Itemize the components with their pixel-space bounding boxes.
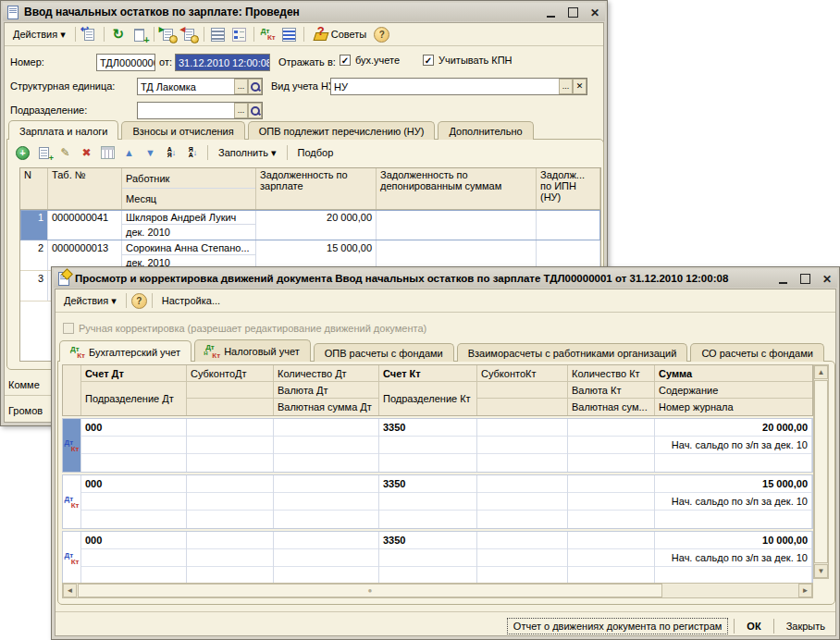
document-marks-button[interactable]: [230, 25, 249, 43]
row-number-cell[interactable]: 1: [20, 210, 48, 240]
scrollbar-thumb[interactable]: [814, 380, 828, 563]
deposited-debt-cell[interactable]: [377, 210, 537, 240]
open-button[interactable]: [248, 79, 262, 94]
copy-button[interactable]: +: [130, 25, 149, 43]
posting-row[interactable]: ДтКт 000 3350 10 000,00Нач. сальдо по з/…: [62, 531, 813, 585]
tab-settlements-employees[interactable]: Взаиморасчеты с работниками организаций: [457, 343, 688, 362]
posting-row[interactable]: ДтКт 000 3350 20 000,00Нач. сальдо по з/…: [62, 418, 813, 473]
postings-button[interactable]: ДтКт: [259, 25, 278, 43]
maximize-button[interactable]: [798, 273, 811, 284]
help-button[interactable]: ?: [131, 293, 147, 309]
unpost-document-button[interactable]: ◂: [180, 25, 199, 43]
actions-menu-button[interactable]: Действия ▾: [8, 27, 70, 43]
account-dt-cell[interactable]: 000: [81, 532, 186, 549]
sort-asc-button[interactable]: АЯ ↓: [163, 144, 180, 161]
open-button[interactable]: [248, 103, 262, 118]
delete-row-button[interactable]: ✖: [78, 144, 95, 161]
amount-cell[interactable]: 20 000,00: [655, 419, 811, 437]
tab-salary-taxes[interactable]: Зарплата и налоги: [8, 120, 118, 140]
manual-adjust-checkbox[interactable]: Ручная корректировка (разрешает редактир…: [63, 323, 426, 334]
vertical-scrollbar[interactable]: ▲ ▼: [813, 364, 829, 579]
movements-window: Просмотр и корректировка движений докуме…: [51, 266, 840, 640]
employee-cell[interactable]: Шкляров Андрей Лукич дек. 2010: [122, 210, 256, 240]
end-edit-button[interactable]: [99, 144, 117, 161]
add-row-button[interactable]: +: [14, 144, 31, 161]
amount-cell[interactable]: 15 000,00: [655, 475, 811, 493]
col-ipn-debt: Задолж... по ИПН (НУ): [537, 168, 600, 209]
account-dt-cell[interactable]: 000: [81, 475, 186, 493]
tab-opv-funds[interactable]: ОПВ расчеты с фондами: [314, 343, 454, 362]
row-selector[interactable]: ДтКт: [63, 419, 80, 472]
tab-tax-accounting[interactable]: ДтНКт Налоговый учет: [194, 339, 311, 362]
ipn-debt-cell[interactable]: [537, 210, 600, 240]
nu-kind-label: Вид учета НУ:: [271, 80, 338, 92]
pick-button[interactable]: Подбор: [293, 145, 339, 160]
movements-window-titlebar[interactable]: Просмотр и корректировка движений докуме…: [54, 269, 837, 288]
tab-no-cell[interactable]: 0000000041: [48, 210, 122, 240]
amount-cell[interactable]: 10 000,00: [655, 532, 811, 549]
accounting-checkbox[interactable]: ✓ бух.учете: [340, 55, 400, 66]
tab-opv-transfer[interactable]: ОПВ подлежит перечислению (НУ): [248, 121, 436, 140]
move-up-button[interactable]: ▲: [120, 144, 138, 161]
close-button[interactable]: ✕: [588, 6, 601, 18]
content-cell[interactable]: Нач. сальдо по з/п за дек. 10: [655, 549, 811, 567]
scrollbar-thumb[interactable]: ●: [78, 584, 662, 597]
refresh-button[interactable]: ↻: [109, 25, 128, 43]
minimize-button[interactable]: [776, 273, 789, 284]
scroll-down-arrow[interactable]: ▼: [814, 564, 828, 578]
magnifier-icon: [250, 105, 261, 117]
number-field[interactable]: ТДЛ00000001: [96, 54, 155, 71]
choose-button[interactable]: ...: [234, 79, 248, 94]
scroll-right-arrow[interactable]: ►: [798, 584, 812, 597]
tab-accounting[interactable]: ДтКт Бухгалтерский учет: [59, 340, 191, 362]
row-number-cell[interactable]: 2: [20, 240, 48, 270]
tab-contributions[interactable]: Взносы и отчисления: [121, 121, 244, 140]
table-row[interactable]: 1 0000000041 Шкляров Андрей Лукич дек. 2…: [20, 210, 600, 240]
fill-menu-button[interactable]: Заполнить ▾: [214, 145, 281, 161]
settings-button[interactable]: Настройка...: [157, 293, 225, 308]
minimize-button[interactable]: [544, 6, 557, 18]
account-dt-cell[interactable]: 000: [81, 419, 186, 437]
choose-button[interactable]: ...: [234, 103, 248, 118]
account-kt-cell[interactable]: 3350: [379, 419, 476, 437]
row-selector[interactable]: ДтКт: [63, 475, 80, 528]
copy-row-button[interactable]: +: [35, 144, 53, 161]
salary-debt-cell[interactable]: 20 000,00: [256, 210, 377, 240]
date-field[interactable]: 31.12.2010 12:00:08 ▦: [175, 54, 270, 71]
department-field[interactable]: ...: [137, 102, 263, 119]
content-cell[interactable]: Нач. сальдо по з/п за дек. 10: [655, 437, 811, 454]
journal-button[interactable]: [280, 25, 299, 43]
row-selector[interactable]: ДтКт: [63, 532, 80, 585]
actions-menu-button[interactable]: Действия ▾: [59, 293, 121, 309]
tips-button[interactable]: ? Советы: [309, 25, 371, 43]
sort-desc-button[interactable]: ЯА ↓: [184, 144, 202, 161]
close-button[interactable]: ✕: [821, 273, 834, 284]
row-number-cell[interactable]: 3: [20, 271, 48, 301]
nu-kind-field[interactable]: НУ ... ✕: [330, 78, 587, 95]
kpn-checkbox[interactable]: ✓ Учитывать КПН: [423, 55, 513, 66]
tab-so-funds[interactable]: СО расчеты с фондами: [690, 343, 823, 362]
tab-additional[interactable]: Дополнительно: [438, 121, 533, 140]
move-down-button[interactable]: ▼: [142, 144, 159, 161]
choose-button[interactable]: ...: [559, 79, 573, 94]
edit-row-button[interactable]: ✎: [56, 144, 74, 161]
scroll-up-arrow[interactable]: ▲: [814, 365, 828, 379]
clear-button[interactable]: ✕: [573, 79, 587, 94]
posting-row[interactable]: ДтКт 000 3350 15 000,00Нач. сальдо по з/…: [62, 474, 813, 529]
grid-toolbar: + + ✎ ✖ ▲ ▼ АЯ ↓ ЯА ↓ Заполнить ▾ Подбор: [14, 143, 338, 162]
content-cell[interactable]: Нач. сальдо по з/п за дек. 10: [655, 493, 811, 511]
account-kt-cell[interactable]: 3350: [379, 532, 476, 549]
post-document-button[interactable]: ▸: [159, 25, 178, 43]
document-structure-button[interactable]: [209, 25, 228, 43]
close-dialog-button[interactable]: Закрыть: [780, 618, 832, 634]
account-kt-cell[interactable]: 3350: [379, 475, 476, 493]
scroll-left-arrow[interactable]: ◄: [63, 584, 77, 597]
report-movements-button[interactable]: Отчет о движениях документа по регистрам: [507, 618, 729, 634]
reread-button[interactable]: ↩: [80, 25, 99, 43]
ok-button[interactable]: ОК: [740, 618, 767, 634]
horizontal-scrollbar[interactable]: ◄ ● ►: [62, 583, 813, 598]
structural-unit-field[interactable]: ТД Лакомка ...: [137, 78, 263, 95]
help-button[interactable]: ?: [374, 27, 389, 43]
maximize-button[interactable]: [566, 6, 579, 18]
document-window-titlebar[interactable]: Ввод начальных остатков по зарплате: Про…: [3, 3, 605, 21]
